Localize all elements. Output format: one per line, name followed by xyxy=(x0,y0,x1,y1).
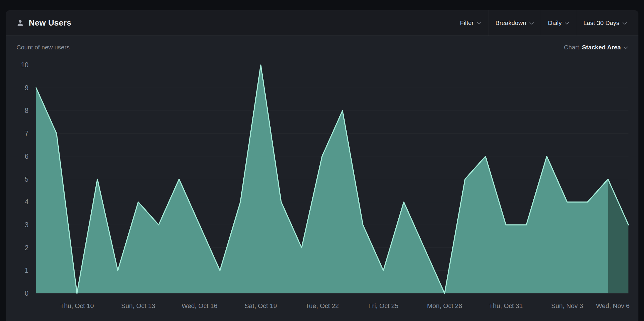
chevron-down-icon xyxy=(623,21,627,25)
svg-text:5: 5 xyxy=(25,175,28,183)
date-range-label: Last 30 Days xyxy=(583,19,619,26)
chart-type-selector[interactable]: Chart Stacked Area xyxy=(564,44,628,51)
svg-text:Wed, Oct 16: Wed, Oct 16 xyxy=(182,302,218,310)
chart-type-caption: Chart xyxy=(564,44,579,51)
area-chart: 012345678910Thu, Oct 10Sun, Oct 13Wed, O… xyxy=(6,53,638,317)
svg-text:Thu, Oct 31: Thu, Oct 31 xyxy=(489,302,523,310)
svg-text:Thu, Oct 10: Thu, Oct 10 xyxy=(60,302,94,310)
date-range-control[interactable]: Last 30 Days xyxy=(576,10,628,35)
chevron-down-icon xyxy=(477,21,481,25)
svg-text:9: 9 xyxy=(25,84,28,92)
breakdown-label: Breakdown xyxy=(495,19,526,26)
chevron-down-icon xyxy=(565,21,569,25)
svg-text:6: 6 xyxy=(25,153,28,160)
filter-control[interactable]: Filter xyxy=(453,10,488,35)
insight-card: New Users Filter Breakdown Daily xyxy=(6,10,638,321)
users-icon xyxy=(16,19,24,27)
filter-label: Filter xyxy=(460,19,474,26)
chevron-down-icon xyxy=(530,21,534,25)
svg-text:Sat, Oct 19: Sat, Oct 19 xyxy=(245,302,277,310)
breakdown-control[interactable]: Breakdown xyxy=(488,10,541,35)
chevron-down-icon xyxy=(624,46,628,49)
metric-label: Count of new users xyxy=(16,44,70,51)
svg-text:3: 3 xyxy=(25,221,28,229)
svg-text:2: 2 xyxy=(25,244,28,252)
svg-text:Mon, Oct 28: Mon, Oct 28 xyxy=(427,302,462,310)
svg-text:8: 8 xyxy=(25,107,28,114)
svg-text:4: 4 xyxy=(25,198,28,206)
svg-text:7: 7 xyxy=(25,130,28,137)
sub-header: Count of new users Chart Stacked Area xyxy=(6,36,638,53)
svg-text:Sun, Nov 3: Sun, Nov 3 xyxy=(551,302,583,310)
card-header: New Users Filter Breakdown Daily xyxy=(6,10,638,36)
svg-text:Sun, Oct 13: Sun, Oct 13 xyxy=(121,302,155,310)
svg-text:10: 10 xyxy=(21,61,28,69)
svg-text:Fri, Oct 25: Fri, Oct 25 xyxy=(368,302,399,310)
interval-label: Daily xyxy=(548,19,562,26)
card-title: New Users xyxy=(29,18,71,28)
svg-text:0: 0 xyxy=(25,290,28,297)
header-controls: Filter Breakdown Daily Las xyxy=(453,10,628,35)
chart-type-value: Stacked Area xyxy=(582,44,621,51)
card-header-left: New Users xyxy=(16,18,71,28)
svg-text:Wed, Nov 6: Wed, Nov 6 xyxy=(596,302,630,310)
svg-text:1: 1 xyxy=(25,267,28,274)
svg-text:Tue, Oct 22: Tue, Oct 22 xyxy=(305,302,339,310)
interval-control[interactable]: Daily xyxy=(541,10,576,35)
